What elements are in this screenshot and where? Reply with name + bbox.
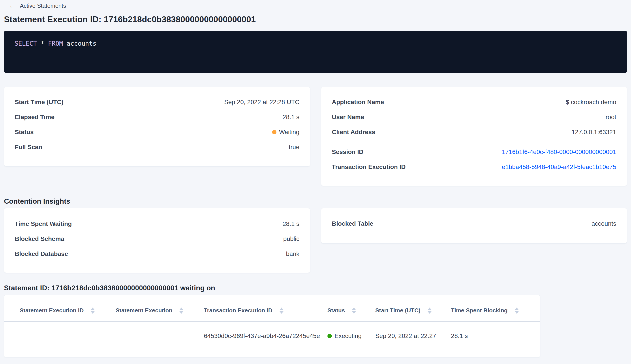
waiting-status-dot-icon xyxy=(272,130,276,134)
blocked-database-label: Blocked Database xyxy=(15,250,68,258)
column-header-statement-execution[interactable]: Statement Execution xyxy=(116,307,204,321)
statement-details-card: Start Time (UTC) Sep 20, 2022 at 22:28 U… xyxy=(4,87,310,166)
session-id-link[interactable]: 1716b1f6-4e0c-f480-0000-000000000001 xyxy=(502,148,616,156)
user-name-row: User Name root xyxy=(332,113,616,122)
blocked-schema-label: Blocked Schema xyxy=(15,234,64,243)
column-header-start-time[interactable]: Start Time (UTC) xyxy=(375,307,451,321)
column-header-label: Time Spent Blocking xyxy=(451,307,508,317)
time-spent-waiting-label: Time Spent Waiting xyxy=(15,220,72,228)
blocked-table-card: Blocked Table accounts xyxy=(321,208,627,244)
start-time-value: Sep 20, 2022 at 22:28 UTC xyxy=(224,98,300,106)
full-scan-row: Full Scan true xyxy=(15,143,300,152)
start-time-row: Start Time (UTC) Sep 20, 2022 at 22:28 U… xyxy=(15,98,300,106)
user-name-value: root xyxy=(606,113,616,122)
status-row: Status Waiting xyxy=(15,128,300,136)
application-name-value: $ cockroach demo xyxy=(566,98,616,106)
time-spent-waiting-value: 28.1 s xyxy=(283,220,300,228)
page-root: ← Active Statements Statement Execution … xyxy=(0,0,631,364)
column-header-status[interactable]: Status xyxy=(328,307,375,321)
session-id-row: Session ID 1716b1f6-4e0c-f480-0000-00000… xyxy=(332,148,616,156)
full-scan-value: true xyxy=(289,143,300,152)
column-header-time-spent-blocking[interactable]: Time Spent Blocking xyxy=(451,307,540,321)
blocked-table-row: Blocked Table accounts xyxy=(332,219,616,228)
sql-star-operator: * xyxy=(37,40,48,47)
back-arrow-icon: ← xyxy=(9,2,16,10)
transaction-execution-id-link[interactable]: e1bba458-5948-40a9-a42f-5feac1b10e75 xyxy=(502,162,616,172)
client-address-label: Client Address xyxy=(332,128,375,136)
transaction-execution-id-label: Transaction Execution ID xyxy=(332,162,406,172)
contention-cards-row: Time Spent Waiting 28.1 s Blocked Schema… xyxy=(4,208,627,273)
column-header-label: Transaction Execution ID xyxy=(204,307,272,317)
cell-start-time: Sep 20, 2022 at 22:27 xyxy=(375,332,451,340)
status-value: Waiting xyxy=(272,128,300,136)
blocked-schema-row: Blocked Schema public xyxy=(15,234,300,243)
waiting-on-heading: Statement ID: 1716b218dc0b38380000000000… xyxy=(4,284,627,292)
column-header-label: Statement Execution ID xyxy=(20,307,84,317)
column-header-label: Statement Execution xyxy=(116,307,172,317)
start-time-label: Start Time (UTC) xyxy=(15,98,63,106)
status-text: Waiting xyxy=(279,128,300,136)
elapsed-time-label: Elapsed Time xyxy=(15,113,54,122)
sql-keyword-from: FROM xyxy=(48,40,63,47)
sql-table-name: accounts xyxy=(63,40,96,47)
card-divider xyxy=(332,143,616,143)
sort-icon[interactable] xyxy=(179,307,183,314)
elapsed-time-value: 28.1 s xyxy=(283,113,300,122)
contention-details-card: Time Spent Waiting 28.1 s Blocked Schema… xyxy=(4,208,310,273)
executing-status-dot-icon xyxy=(328,334,332,338)
sql-statement-box: SELECT * FROM accounts xyxy=(4,31,627,73)
elapsed-time-row: Elapsed Time 28.1 s xyxy=(15,113,300,122)
page-title: Statement Execution ID: 1716b218dc0b3838… xyxy=(4,14,627,24)
transaction-execution-id-row: Transaction Execution ID e1bba458-5948-4… xyxy=(332,162,616,172)
application-name-label: Application Name xyxy=(332,98,384,106)
table-header-row: Statement Execution ID Statement Executi… xyxy=(4,295,540,322)
column-header-label: Status xyxy=(328,307,345,317)
client-address-row: Client Address 127.0.0.1:63321 xyxy=(332,128,616,136)
sort-icon[interactable] xyxy=(91,307,95,314)
breadcrumb-back-link[interactable]: ← Active Statements xyxy=(9,0,66,10)
cell-time-spent-blocking: 28.1 s xyxy=(451,332,540,340)
sort-icon[interactable] xyxy=(515,307,519,314)
cell-transaction-execution-id: 64530d0c-969f-437e-a9b4-26a72245e45e xyxy=(204,332,328,340)
table-row: 64530d0c-969f-437e-a9b4-26a72245e45e Exe… xyxy=(4,322,540,350)
session-id-label: Session ID xyxy=(332,148,364,156)
blocked-table-value: accounts xyxy=(592,219,616,228)
session-details-card: Application Name $ cockroach demo User N… xyxy=(321,87,627,186)
full-scan-label: Full Scan xyxy=(15,143,42,152)
column-header-transaction-execution-id[interactable]: Transaction Execution ID xyxy=(204,307,328,321)
client-address-value: 127.0.0.1:63321 xyxy=(572,128,616,136)
sort-icon[interactable] xyxy=(428,307,432,314)
column-header-statement-execution-id[interactable]: Statement Execution ID xyxy=(20,307,116,321)
breadcrumb-label: Active Statements xyxy=(20,2,66,10)
sql-keyword-select: SELECT xyxy=(14,40,37,47)
blocked-database-value: bank xyxy=(286,250,300,258)
application-name-row: Application Name $ cockroach demo xyxy=(332,98,616,106)
contention-insights-heading: Contention Insights xyxy=(4,196,627,206)
waiting-on-table: Statement Execution ID Statement Executi… xyxy=(4,295,540,358)
cell-status-text: Executing xyxy=(334,332,362,340)
blocked-table-label: Blocked Table xyxy=(332,219,373,228)
sql-statement-text: SELECT * FROM accounts xyxy=(14,40,96,47)
column-header-label: Start Time (UTC) xyxy=(375,307,420,317)
details-cards-row: Start Time (UTC) Sep 20, 2022 at 22:28 U… xyxy=(4,87,627,186)
time-spent-waiting-row: Time Spent Waiting 28.1 s xyxy=(15,220,300,228)
sort-icon[interactable] xyxy=(280,307,284,314)
blocked-database-row: Blocked Database bank xyxy=(15,250,300,258)
sort-icon[interactable] xyxy=(352,307,356,314)
blocked-schema-value: public xyxy=(283,234,300,243)
status-label: Status xyxy=(15,128,34,136)
cell-status: Executing xyxy=(328,332,375,340)
user-name-label: User Name xyxy=(332,113,364,122)
